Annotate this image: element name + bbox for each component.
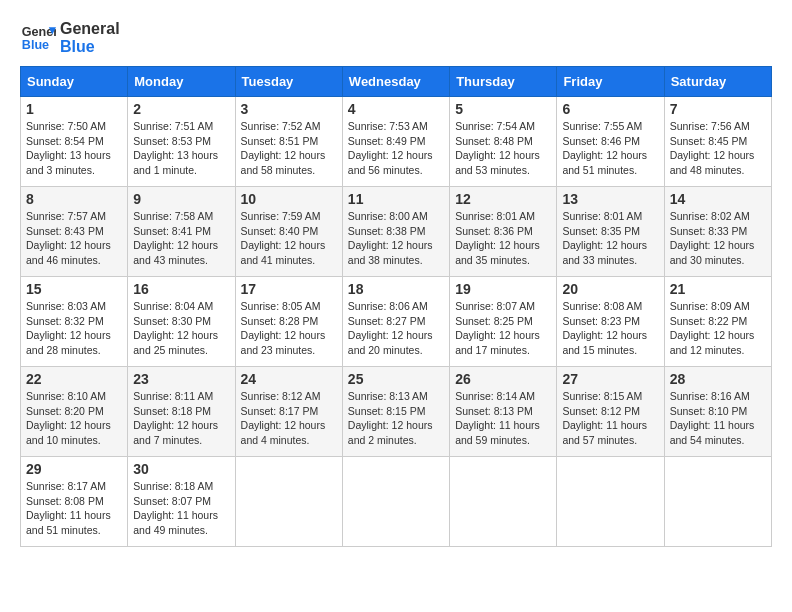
day-info: Sunrise: 8:02 AMSunset: 8:33 PMDaylight:…	[670, 210, 755, 266]
day-number: 25	[348, 371, 444, 387]
week-row-1: 1 Sunrise: 7:50 AMSunset: 8:54 PMDayligh…	[21, 97, 772, 187]
day-info: Sunrise: 8:08 AMSunset: 8:23 PMDaylight:…	[562, 300, 647, 356]
day-info: Sunrise: 7:55 AMSunset: 8:46 PMDaylight:…	[562, 120, 647, 176]
day-number: 4	[348, 101, 444, 117]
calendar-cell: 15 Sunrise: 8:03 AMSunset: 8:32 PMDaylig…	[21, 277, 128, 367]
page-header: General Blue General Blue	[20, 20, 772, 56]
day-info: Sunrise: 8:17 AMSunset: 8:08 PMDaylight:…	[26, 480, 111, 536]
day-info: Sunrise: 8:05 AMSunset: 8:28 PMDaylight:…	[241, 300, 326, 356]
day-number: 13	[562, 191, 658, 207]
calendar-cell	[450, 457, 557, 547]
week-row-5: 29 Sunrise: 8:17 AMSunset: 8:08 PMDaylig…	[21, 457, 772, 547]
day-number: 20	[562, 281, 658, 297]
calendar-cell: 28 Sunrise: 8:16 AMSunset: 8:10 PMDaylig…	[664, 367, 771, 457]
weekday-header-thursday: Thursday	[450, 67, 557, 97]
logo-icon: General Blue	[20, 20, 56, 56]
day-number: 19	[455, 281, 551, 297]
day-info: Sunrise: 8:14 AMSunset: 8:13 PMDaylight:…	[455, 390, 540, 446]
day-number: 11	[348, 191, 444, 207]
day-info: Sunrise: 7:53 AMSunset: 8:49 PMDaylight:…	[348, 120, 433, 176]
day-number: 9	[133, 191, 229, 207]
calendar-cell: 6 Sunrise: 7:55 AMSunset: 8:46 PMDayligh…	[557, 97, 664, 187]
calendar-cell: 9 Sunrise: 7:58 AMSunset: 8:41 PMDayligh…	[128, 187, 235, 277]
day-number: 17	[241, 281, 337, 297]
calendar-cell: 29 Sunrise: 8:17 AMSunset: 8:08 PMDaylig…	[21, 457, 128, 547]
day-number: 22	[26, 371, 122, 387]
day-number: 2	[133, 101, 229, 117]
day-number: 18	[348, 281, 444, 297]
day-info: Sunrise: 7:50 AMSunset: 8:54 PMDaylight:…	[26, 120, 111, 176]
week-row-3: 15 Sunrise: 8:03 AMSunset: 8:32 PMDaylig…	[21, 277, 772, 367]
week-row-2: 8 Sunrise: 7:57 AMSunset: 8:43 PMDayligh…	[21, 187, 772, 277]
day-info: Sunrise: 8:13 AMSunset: 8:15 PMDaylight:…	[348, 390, 433, 446]
day-number: 15	[26, 281, 122, 297]
calendar-cell	[557, 457, 664, 547]
calendar-cell: 17 Sunrise: 8:05 AMSunset: 8:28 PMDaylig…	[235, 277, 342, 367]
logo-blue: Blue	[60, 38, 120, 56]
calendar-cell	[664, 457, 771, 547]
day-info: Sunrise: 8:00 AMSunset: 8:38 PMDaylight:…	[348, 210, 433, 266]
day-info: Sunrise: 8:09 AMSunset: 8:22 PMDaylight:…	[670, 300, 755, 356]
week-row-4: 22 Sunrise: 8:10 AMSunset: 8:20 PMDaylig…	[21, 367, 772, 457]
day-number: 8	[26, 191, 122, 207]
day-info: Sunrise: 8:10 AMSunset: 8:20 PMDaylight:…	[26, 390, 111, 446]
day-number: 6	[562, 101, 658, 117]
day-info: Sunrise: 7:57 AMSunset: 8:43 PMDaylight:…	[26, 210, 111, 266]
calendar-cell: 1 Sunrise: 7:50 AMSunset: 8:54 PMDayligh…	[21, 97, 128, 187]
day-info: Sunrise: 8:01 AMSunset: 8:36 PMDaylight:…	[455, 210, 540, 266]
calendar-cell: 12 Sunrise: 8:01 AMSunset: 8:36 PMDaylig…	[450, 187, 557, 277]
calendar-cell: 24 Sunrise: 8:12 AMSunset: 8:17 PMDaylig…	[235, 367, 342, 457]
day-number: 7	[670, 101, 766, 117]
day-number: 26	[455, 371, 551, 387]
weekday-header-sunday: Sunday	[21, 67, 128, 97]
weekday-header-saturday: Saturday	[664, 67, 771, 97]
weekday-header-friday: Friday	[557, 67, 664, 97]
day-number: 1	[26, 101, 122, 117]
weekday-header-tuesday: Tuesday	[235, 67, 342, 97]
logo: General Blue General Blue	[20, 20, 120, 56]
calendar-cell: 26 Sunrise: 8:14 AMSunset: 8:13 PMDaylig…	[450, 367, 557, 457]
day-info: Sunrise: 8:11 AMSunset: 8:18 PMDaylight:…	[133, 390, 218, 446]
day-number: 29	[26, 461, 122, 477]
day-info: Sunrise: 7:51 AMSunset: 8:53 PMDaylight:…	[133, 120, 218, 176]
day-number: 12	[455, 191, 551, 207]
day-number: 24	[241, 371, 337, 387]
day-info: Sunrise: 7:58 AMSunset: 8:41 PMDaylight:…	[133, 210, 218, 266]
day-info: Sunrise: 8:07 AMSunset: 8:25 PMDaylight:…	[455, 300, 540, 356]
day-info: Sunrise: 8:12 AMSunset: 8:17 PMDaylight:…	[241, 390, 326, 446]
calendar-cell: 10 Sunrise: 7:59 AMSunset: 8:40 PMDaylig…	[235, 187, 342, 277]
svg-text:Blue: Blue	[22, 38, 49, 52]
calendar-cell: 20 Sunrise: 8:08 AMSunset: 8:23 PMDaylig…	[557, 277, 664, 367]
day-info: Sunrise: 8:01 AMSunset: 8:35 PMDaylight:…	[562, 210, 647, 266]
calendar-cell: 22 Sunrise: 8:10 AMSunset: 8:20 PMDaylig…	[21, 367, 128, 457]
calendar-cell: 21 Sunrise: 8:09 AMSunset: 8:22 PMDaylig…	[664, 277, 771, 367]
calendar-cell: 30 Sunrise: 8:18 AMSunset: 8:07 PMDaylig…	[128, 457, 235, 547]
calendar-cell: 23 Sunrise: 8:11 AMSunset: 8:18 PMDaylig…	[128, 367, 235, 457]
day-info: Sunrise: 8:04 AMSunset: 8:30 PMDaylight:…	[133, 300, 218, 356]
day-number: 16	[133, 281, 229, 297]
calendar-cell: 3 Sunrise: 7:52 AMSunset: 8:51 PMDayligh…	[235, 97, 342, 187]
day-info: Sunrise: 8:15 AMSunset: 8:12 PMDaylight:…	[562, 390, 647, 446]
logo-general: General	[60, 20, 120, 38]
calendar-cell: 7 Sunrise: 7:56 AMSunset: 8:45 PMDayligh…	[664, 97, 771, 187]
calendar-cell: 2 Sunrise: 7:51 AMSunset: 8:53 PMDayligh…	[128, 97, 235, 187]
day-number: 30	[133, 461, 229, 477]
day-number: 21	[670, 281, 766, 297]
day-number: 14	[670, 191, 766, 207]
calendar-cell: 19 Sunrise: 8:07 AMSunset: 8:25 PMDaylig…	[450, 277, 557, 367]
calendar-cell: 11 Sunrise: 8:00 AMSunset: 8:38 PMDaylig…	[342, 187, 449, 277]
day-number: 5	[455, 101, 551, 117]
calendar-cell: 5 Sunrise: 7:54 AMSunset: 8:48 PMDayligh…	[450, 97, 557, 187]
day-number: 23	[133, 371, 229, 387]
calendar-cell: 4 Sunrise: 7:53 AMSunset: 8:49 PMDayligh…	[342, 97, 449, 187]
day-info: Sunrise: 8:03 AMSunset: 8:32 PMDaylight:…	[26, 300, 111, 356]
day-info: Sunrise: 8:18 AMSunset: 8:07 PMDaylight:…	[133, 480, 218, 536]
weekday-header-monday: Monday	[128, 67, 235, 97]
calendar-cell: 27 Sunrise: 8:15 AMSunset: 8:12 PMDaylig…	[557, 367, 664, 457]
day-info: Sunrise: 8:16 AMSunset: 8:10 PMDaylight:…	[670, 390, 755, 446]
day-number: 3	[241, 101, 337, 117]
calendar-cell	[235, 457, 342, 547]
day-number: 28	[670, 371, 766, 387]
day-info: Sunrise: 8:06 AMSunset: 8:27 PMDaylight:…	[348, 300, 433, 356]
calendar-cell: 14 Sunrise: 8:02 AMSunset: 8:33 PMDaylig…	[664, 187, 771, 277]
